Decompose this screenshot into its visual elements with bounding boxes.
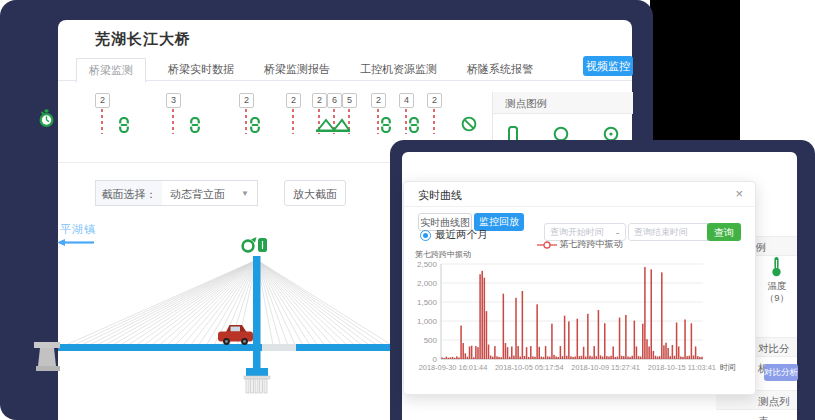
chart-bar [452,357,454,359]
vibration-chart: 05001,0001,5002,0002,500第七跨跨中振动2018-09-3… [407,247,753,387]
chart-bar [549,357,551,359]
chart-bar [672,345,674,359]
chart-bar [606,356,608,359]
x-tick-label: 2018-10-09 15:27:41 [571,363,640,372]
chart-bar [653,351,655,359]
link-icon[interactable] [381,117,391,133]
main-tab-2[interactable]: 桥梁监测报告 [264,62,330,77]
chart-bar [448,358,450,359]
chart-bar [617,357,619,359]
chart-bar [543,357,545,359]
section-select-dropdown[interactable]: 动态背立面 ▼ [162,180,258,206]
link-icon[interactable] [250,117,260,133]
chart-bar [691,323,693,359]
link-icon[interactable] [190,117,200,133]
chart-bar [574,357,576,359]
chart-bar [634,321,636,359]
chart-bar [488,345,490,359]
chart-bar [610,356,612,359]
compare-analysis-button[interactable]: 对比分析 [764,364,798,381]
chart-bar [473,357,475,359]
chart-bar [458,357,460,359]
truss-icon[interactable] [316,118,350,133]
y-tick-label: 1,500 [417,298,438,307]
chart-bar [669,356,671,359]
sensor-count-badge[interactable]: 4 [399,93,414,108]
link-icon[interactable] [409,117,419,133]
chart-bar [519,357,521,359]
sensor-count-badge[interactable]: 6 [327,93,342,108]
chart-bar [659,356,661,359]
chart-bar [589,356,591,359]
thermometer-icon[interactable] [770,256,783,277]
tower-top-sensor-icons[interactable] [243,237,267,252]
chart-legend[interactable]: 第七跨跨中振动 [404,238,755,251]
chart-bar [593,346,595,359]
chart-bar [528,357,530,359]
tower-foundation [244,368,270,393]
chart-bar [467,357,469,359]
chart-bar [443,358,445,359]
main-tabbar: 桥梁监测桥梁实时数据桥梁监测报告工控机资源监测桥隧系统报警 [88,57,563,81]
chart-bar [591,357,593,359]
chart-bar [441,357,443,359]
chart-bar [555,357,557,359]
chart-bar [581,356,583,359]
link-icon[interactable] [119,117,129,133]
chart-bar [693,355,695,359]
main-tab-3[interactable]: 工控机资源监测 [360,62,437,77]
chart-bar [644,267,646,359]
chart-bar [621,356,623,359]
chart-bar [545,346,547,359]
chart-bar [456,356,458,359]
sensor-count-badge[interactable]: 2 [286,93,301,108]
chart-bar [695,346,697,359]
sensor-count-badge[interactable]: 2 [95,93,110,108]
chart-bar [701,357,703,359]
chart-bar [553,355,555,359]
sensor-count-badge[interactable]: 2 [312,93,327,108]
ban-icon[interactable] [461,116,477,132]
section-select-label: 截面选择： [95,180,163,206]
chart-bar [471,346,473,359]
chart-bar [547,356,549,359]
main-tab-1[interactable]: 桥梁实时数据 [168,62,234,77]
chart-bar [513,356,515,359]
y-axis-title: 第七跨跨中振动 [415,250,471,259]
chart-bar [600,355,602,359]
modal-title: 实时曲线 [418,188,462,203]
y-tick-label: 2,500 [417,260,438,269]
sensor-count-badge[interactable]: 3 [166,93,181,108]
sensor-count-badge[interactable]: 2 [371,93,386,108]
temperature-count: （9） [758,292,796,305]
chart-bar [460,326,462,359]
enlarge-section-button[interactable]: 放大截面 [284,180,346,206]
screen: { "main": { "title": "芜湖长江大桥", "tabs": [… [0,0,815,420]
main-tab-0[interactable]: 桥梁监测 [76,58,146,83]
sensor-count-badge[interactable]: 2 [239,93,254,108]
chart-bar [587,314,589,359]
chart-bar [680,357,682,359]
chart-bar [585,357,587,359]
chart-bar [530,346,532,359]
video-monitor-button[interactable]: 视频监控 [583,56,633,76]
chart-bar [538,347,540,359]
close-icon[interactable]: × [735,186,743,201]
chart-bar [636,346,638,359]
legend-series-label: 第七跨跨中振动 [560,239,623,249]
chart-bar [446,357,448,359]
chart-bar [492,357,494,359]
chart-bar [627,357,629,359]
x-tick-label: 2018-10-15 11:03:41 [648,363,716,372]
sensor-count-badge[interactable]: 5 [342,93,357,108]
main-tab-4[interactable]: 桥隧系统报警 [467,62,533,77]
legend-panel-title: 测点图例 [493,92,633,114]
sensor-count-badge[interactable]: 2 [427,93,442,108]
chart-bar [532,356,534,359]
chart-bar [450,357,452,359]
chart-bar [494,346,496,359]
chart-bar [490,356,492,359]
stopwatch-icon[interactable] [38,109,55,128]
realtime-curve-modal: 实时曲线 × 实时曲线图 监控回放 最近两个月 - 查询 第七跨跨中振动 050… [403,181,756,395]
x-tick-label: 2018-10-05 05:17:54 [495,363,564,372]
